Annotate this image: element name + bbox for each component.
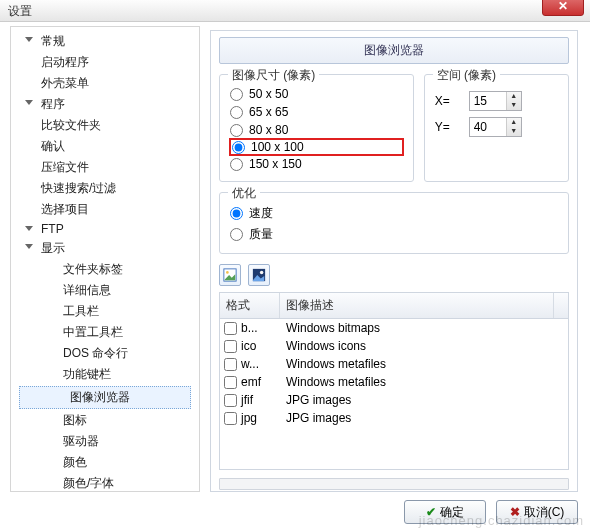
input-y-field[interactable] <box>470 118 506 136</box>
sidebar-item-program[interactable]: 程序 <box>11 94 199 115</box>
cancel-button[interactable]: ✖取消(C) <box>496 500 578 524</box>
table-row[interactable]: icoWindows icons <box>220 337 568 355</box>
close-button[interactable]: ✕ <box>542 0 584 16</box>
sidebar-item-drives[interactable]: 驱动器 <box>11 431 199 452</box>
svg-point-1 <box>226 271 229 274</box>
label-y: Y= <box>435 120 461 134</box>
radio-label: 质量 <box>249 226 273 243</box>
col-desc[interactable]: 图像描述 <box>280 293 554 318</box>
row-checkbox[interactable] <box>224 358 237 371</box>
input-y[interactable]: ▲▼ <box>469 117 522 137</box>
svg-point-3 <box>260 271 264 275</box>
picture-alt-icon <box>252 268 266 282</box>
image-tool-button-2[interactable] <box>248 264 270 286</box>
table-row[interactable]: w...Windows metafiles <box>220 355 568 373</box>
chevron-up-icon[interactable]: ▲ <box>507 118 521 127</box>
sidebar-item-compress[interactable]: 压缩文件 <box>11 157 199 178</box>
radio-label: 50 x 50 <box>249 87 288 101</box>
button-label: 取消(C) <box>524 504 565 521</box>
col-scroll-spacer <box>554 293 568 318</box>
sidebar-item-display[interactable]: 显示 <box>11 238 199 259</box>
desc-cell: Windows metafiles <box>280 357 568 371</box>
input-x-field[interactable] <box>470 92 506 110</box>
radio-size-65[interactable]: 65 x 65 <box>230 103 403 121</box>
desc-cell: Windows metafiles <box>280 375 568 389</box>
format-table: 格式 图像描述 b...Windows bitmaps icoWindows i… <box>219 292 569 470</box>
desc-cell: JPG images <box>280 411 568 425</box>
panel-header: 图像浏览器 <box>219 37 569 64</box>
radio-size-80[interactable]: 80 x 80 <box>230 121 403 139</box>
radio-label: 80 x 80 <box>249 123 288 137</box>
radio-size-150[interactable]: 150 x 150 <box>230 155 403 173</box>
sidebar-item-image-browser[interactable]: 图像浏览器 <box>19 386 191 409</box>
radio-quality[interactable]: 质量 <box>230 224 558 245</box>
sidebar-item-compare-folders[interactable]: 比较文件夹 <box>11 115 199 136</box>
sidebar-item-mid-toolbar[interactable]: 中置工具栏 <box>11 322 199 343</box>
input-x[interactable]: ▲▼ <box>469 91 522 111</box>
table-row[interactable]: b...Windows bitmaps <box>220 319 568 337</box>
row-checkbox[interactable] <box>224 340 237 353</box>
row-checkbox[interactable] <box>224 322 237 335</box>
chevron-down-icon[interactable]: ▼ <box>507 127 521 136</box>
button-label: 确定 <box>440 504 464 521</box>
col-format[interactable]: 格式 <box>220 293 280 318</box>
ok-button[interactable]: ✔确定 <box>404 500 486 524</box>
progress-bar <box>219 478 569 490</box>
desc-cell: Windows bitmaps <box>280 321 568 335</box>
x-icon: ✖ <box>510 505 520 519</box>
row-checkbox[interactable] <box>224 394 237 407</box>
sidebar-item-general[interactable]: 常规 <box>11 31 199 52</box>
sidebar-item-toolbar[interactable]: 工具栏 <box>11 301 199 322</box>
sidebar-item-quicksearch[interactable]: 快速搜索/过滤 <box>11 178 199 199</box>
fmt-cell: w... <box>241 357 259 371</box>
row-checkbox[interactable] <box>224 412 237 425</box>
row-checkbox[interactable] <box>224 376 237 389</box>
sidebar-item-colors[interactable]: 颜色 <box>11 452 199 473</box>
legend-optimize: 优化 <box>228 185 260 202</box>
sidebar-item-icons[interactable]: 图标 <box>11 410 199 431</box>
fmt-cell: ico <box>241 339 256 353</box>
legend-image-size: 图像尺寸 (像素) <box>228 67 319 84</box>
sidebar-item-colors-fonts[interactable]: 颜色/字体 <box>11 473 199 492</box>
sidebar-item-shell-menu[interactable]: 外壳菜单 <box>11 73 199 94</box>
picture-icon <box>223 268 237 282</box>
content-panel: 图像浏览器 图像尺寸 (像素) 50 x 50 65 x 65 80 x 80 … <box>210 30 578 492</box>
sidebar-item-fn-keys[interactable]: 功能键栏 <box>11 364 199 385</box>
sidebar-item-startup[interactable]: 启动程序 <box>11 52 199 73</box>
fmt-cell: emf <box>241 375 261 389</box>
spinner-y[interactable]: ▲▼ <box>506 118 521 136</box>
titlebar: 设置 ✕ <box>0 0 590 22</box>
sidebar-item-folder-tabs[interactable]: 文件夹标签 <box>11 259 199 280</box>
table-row[interactable]: jpgJPG images <box>220 409 568 427</box>
sidebar-item-details[interactable]: 详细信息 <box>11 280 199 301</box>
desc-cell: Windows icons <box>280 339 568 353</box>
sidebar-tree: 常规 启动程序 外壳菜单 程序 比较文件夹 确认 压缩文件 快速搜索/过滤 选择… <box>10 26 200 492</box>
table-row[interactable]: emfWindows metafiles <box>220 373 568 391</box>
radio-size-100[interactable]: 100 x 100 <box>230 139 403 155</box>
check-icon: ✔ <box>426 505 436 519</box>
fmt-cell: jfif <box>241 393 253 407</box>
label-x: X= <box>435 94 461 108</box>
radio-label: 速度 <box>249 205 273 222</box>
chevron-down-icon[interactable]: ▼ <box>507 101 521 110</box>
radio-speed[interactable]: 速度 <box>230 203 558 224</box>
sidebar-item-ftp[interactable]: FTP <box>11 220 199 238</box>
sidebar-item-dos[interactable]: DOS 命令行 <box>11 343 199 364</box>
group-image-size: 图像尺寸 (像素) 50 x 50 65 x 65 80 x 80 100 x … <box>219 74 414 182</box>
spinner-x[interactable]: ▲▼ <box>506 92 521 110</box>
table-row[interactable]: jfifJPG images <box>220 391 568 409</box>
sidebar-item-confirm[interactable]: 确认 <box>11 136 199 157</box>
radio-size-50[interactable]: 50 x 50 <box>230 85 403 103</box>
fmt-cell: jpg <box>241 411 257 425</box>
radio-label: 65 x 65 <box>249 105 288 119</box>
image-tool-button-1[interactable] <box>219 264 241 286</box>
group-optimize: 优化 速度 质量 <box>219 192 569 254</box>
legend-space: 空间 (像素) <box>433 67 500 84</box>
group-space: 空间 (像素) X= ▲▼ Y= ▲▼ <box>424 74 569 182</box>
table-body[interactable]: b...Windows bitmaps icoWindows icons w..… <box>220 319 568 471</box>
chevron-up-icon[interactable]: ▲ <box>507 92 521 101</box>
desc-cell: JPG images <box>280 393 568 407</box>
sidebar-item-select[interactable]: 选择项目 <box>11 199 199 220</box>
fmt-cell: b... <box>241 321 258 335</box>
radio-label: 100 x 100 <box>251 140 304 154</box>
